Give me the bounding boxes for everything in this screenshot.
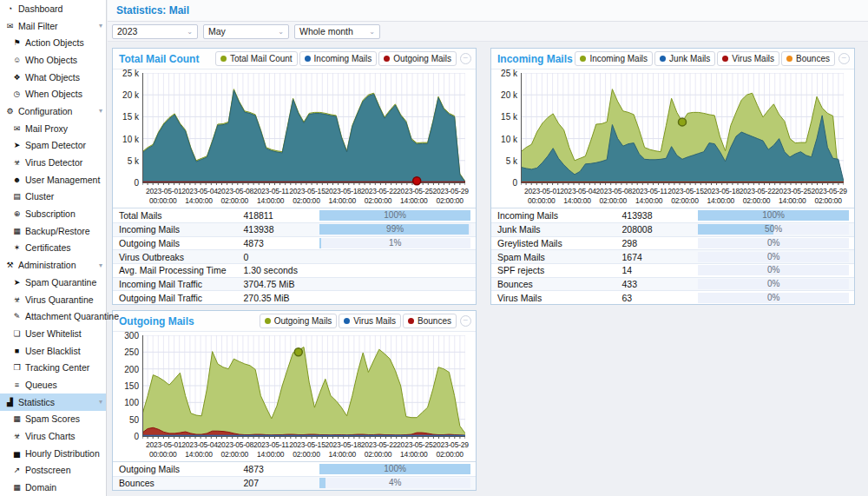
sidebar-item-configuration[interactable]: ⚙Configuration▾: [0, 103, 106, 120]
sidebar-item-spam-detector[interactable]: ➤Spam Detector: [0, 137, 106, 155]
sidebar-item-attachment-quarantine[interactable]: ✎Attachment Quarantine: [0, 308, 106, 325]
y-axis-labels: 25 k20 k15 k10 k5 k0: [116, 73, 142, 186]
legend-item-junk-mails[interactable]: Junk Mails: [654, 51, 715, 66]
year-select[interactable]: 2023⌄: [112, 24, 198, 39]
legend-item-incoming-mails[interactable]: Incoming Mails: [299, 51, 378, 66]
legend-label: Incoming Mails: [314, 54, 372, 63]
chart-area-incoming: 25 k20 k15 k10 k5 k02023-05-0100:00:0020…: [491, 69, 854, 208]
sidebar-item-certificates[interactable]: ✶Certificates: [0, 240, 106, 257]
x-tick-label: 2023-05-1114:00:00: [253, 187, 289, 205]
file-icon: ❏: [11, 329, 23, 338]
legend-item-virus-mails[interactable]: Virus Mails: [717, 51, 779, 66]
sidebar-item-who-objects[interactable]: ☺Who Objects: [0, 51, 106, 69]
sidebar-item-dashboard[interactable]: ◔Dashboard: [0, 0, 106, 17]
sidebar-item-tracking-center[interactable]: ❒Tracking Center: [0, 359, 106, 376]
stat-label: Bounces: [491, 279, 621, 289]
sidebar-item-when-objects[interactable]: ◷When Objects: [0, 85, 106, 103]
legend-dot-icon: [220, 56, 227, 62]
collapse-panel-icon[interactable]: −: [460, 53, 471, 64]
sidebar-item-user-blacklist[interactable]: ■User Blacklist: [0, 342, 106, 360]
sidebar-item-label: Hourly Distribution: [25, 448, 100, 459]
legend-total: Total Mail CountIncoming MailsOutgoing M…: [215, 51, 457, 66]
y-tick-label: 10 k: [501, 134, 517, 143]
sidebar-item-user-whitelist[interactable]: ❏User Whitelist: [0, 325, 106, 342]
stat-label: Junk Mails: [491, 224, 621, 235]
page-title-text: Statistics: Mail: [116, 4, 189, 17]
panel-title-total: Total Mail Count: [119, 53, 215, 65]
sidebar-nav: ◔Dashboard✉Mail Filter▾⚑Action Objects☺W…: [0, 0, 106, 496]
panel-title-outgoing: Outgoing Mails: [119, 315, 260, 327]
sidebar-item-administration[interactable]: ⚒Administration▾: [0, 256, 106, 274]
table-row: Bounces4330%: [491, 277, 854, 291]
sidebar-item-label: Action Objects: [25, 37, 84, 48]
sidebar-item-virus-quarantine[interactable]: ☣Virus Quarantine: [0, 291, 106, 308]
sidebar-item-mail-filter[interactable]: ✉Mail Filter▾: [0, 17, 106, 35]
x-tick-label: 2023-05-2514:00:00: [775, 187, 811, 205]
main-area: Statistics: Mail 2023⌄May⌄Whole month⌄ T…: [108, 0, 868, 496]
sidebar-item-spam-quarantine[interactable]: ➤Spam Quarantine: [0, 274, 106, 291]
users-icon: ☻: [11, 175, 23, 184]
y-tick-label: 5 k: [128, 155, 139, 165]
y-tick-label: 0: [134, 432, 139, 441]
collapse-panel-icon[interactable]: −: [838, 53, 850, 64]
sidebar-item-subscription[interactable]: ⊕Subscription: [0, 205, 106, 222]
legend-label: Virus Mails: [732, 54, 774, 63]
table-row: SPF rejects140%: [491, 263, 854, 277]
table-row: Virus Mails630%: [491, 290, 854, 304]
mail-filter-icon: ✉: [4, 22, 16, 30]
y-tick-label: 0: [134, 178, 139, 188]
legend-item-outgoing-mails[interactable]: Outgoing Mails: [260, 314, 338, 328]
sidebar-item-label: Domain: [25, 482, 56, 493]
chevron-down-icon: ▾: [99, 398, 102, 406]
legend-item-bounces[interactable]: Bounces: [403, 314, 457, 328]
sidebar-item-label: When Objects: [25, 89, 82, 99]
month-select[interactable]: May⌄: [203, 24, 289, 39]
stat-value: 208008: [621, 224, 698, 235]
sidebar-item-backup-restore[interactable]: ▦Backup/Restore: [0, 222, 106, 240]
x-tick-label: 2023-05-0802:00:00: [218, 187, 253, 205]
sidebar-item-action-objects[interactable]: ⚑Action Objects: [0, 34, 106, 51]
x-tick-label: 2023-05-1814:00:00: [703, 187, 739, 205]
percent-bar-text: 99%: [319, 224, 470, 235]
legend-dot-icon: [408, 318, 414, 324]
sidebar-item-user-management[interactable]: ☻User Management: [0, 171, 106, 188]
range-select[interactable]: Whole month⌄: [294, 24, 380, 39]
y-tick-label: 15 k: [501, 112, 517, 122]
sidebar-item-queues[interactable]: ≡Queues: [0, 376, 106, 393]
plot-incoming: [521, 73, 844, 186]
sidebar: ◔Dashboard✉Mail Filter▾⚑Action Objects☺W…: [0, 0, 107, 496]
legend-item-bounces[interactable]: Bounces: [781, 51, 835, 66]
legend-item-total-mail-count[interactable]: Total Mail Count: [215, 51, 298, 66]
sidebar-item-virus-detector[interactable]: ☣Virus Detector: [0, 154, 106, 171]
legend-item-virus-mails[interactable]: Virus Mails: [339, 314, 401, 328]
stat-percent-cell: [319, 265, 476, 275]
sidebar-item-postscreen[interactable]: ↗Postscreen: [0, 462, 106, 479]
x-tick-label: 2023-05-1114:00:00: [632, 187, 667, 205]
x-tick-label: 2023-05-1114:00:00: [253, 440, 289, 459]
table-row: Incoming Mails41393899%: [113, 222, 476, 236]
sidebar-item-spam-scores[interactable]: ▦Spam Scores: [0, 411, 106, 428]
stat-label: Incoming Mails: [113, 224, 243, 235]
legend-dot-icon: [786, 56, 792, 62]
select-chevron-icon: ⌄: [278, 28, 284, 36]
sidebar-item-virus-charts[interactable]: ☣Virus Charts: [0, 427, 106, 445]
stat-percent-cell: [319, 293, 476, 303]
sidebar-item-statistics[interactable]: ▟Statistics▾: [0, 393, 106, 411]
table-row: Greylisted Mails2980%: [491, 236, 854, 250]
x-tick-label: 2023-05-0802:00:00: [218, 440, 253, 459]
legend-item-outgoing-mails[interactable]: Outgoing Mails: [378, 51, 457, 66]
sidebar-item-mail-proxy[interactable]: ✉Mail Proxy: [0, 120, 106, 137]
sidebar-item-what-objects[interactable]: ❖What Objects: [0, 69, 106, 86]
y-tick-label: 20 k: [122, 90, 139, 100]
y-tick-label: 25 k: [501, 69, 517, 78]
legend-item-incoming-mails[interactable]: Incoming Mails: [575, 51, 653, 66]
collapse-panel-icon[interactable]: −: [460, 315, 471, 327]
panel-header-total: Total Mail CountTotal Mail CountIncoming…: [113, 49, 476, 69]
legend-outgoing: Outgoing MailsVirus MailsBounces: [260, 314, 457, 328]
table-row: Outgoing Mails4873100%: [113, 462, 476, 476]
percent-bar-text: 0%: [698, 279, 849, 289]
sidebar-item-domain[interactable]: ▦Domain: [0, 479, 106, 496]
sidebar-item-cluster[interactable]: ▤Cluster: [0, 188, 106, 206]
sidebar-item-hourly-distribution[interactable]: ▅Hourly Distribution: [0, 445, 106, 462]
x-tick-label: 2023-05-1502:00:00: [289, 187, 325, 205]
